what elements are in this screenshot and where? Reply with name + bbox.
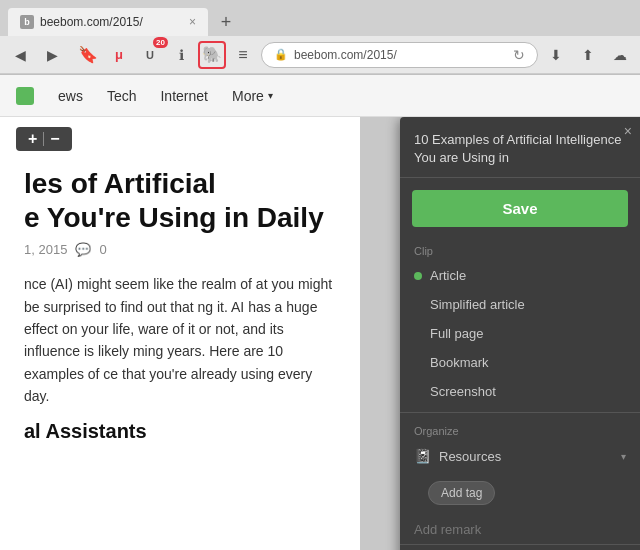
zoom-controls: + − [16, 127, 72, 151]
popup-close-button[interactable]: × [624, 123, 632, 139]
screenshot-option-label: Screenshot [430, 384, 496, 399]
fullpage-option-label: Full page [430, 326, 483, 341]
article-body: nce (AI) might seem like the realm of at… [24, 273, 336, 407]
notebook-icon: 📓 [414, 448, 431, 464]
chevron-down-icon: ▾ [268, 90, 273, 101]
bookmark-btn[interactable]: 🔖 [74, 41, 102, 69]
empty-dot-icon [414, 301, 422, 309]
nav-bar: ews Tech Internet More ▾ [0, 75, 640, 117]
evernote-btn[interactable]: 🐘 [198, 41, 226, 69]
bookmark-option-label: Bookmark [430, 355, 489, 370]
simplified-option-label: Simplified article [430, 297, 525, 312]
info-btn[interactable]: ℹ [167, 41, 195, 69]
tab-title: beebom.com/2015/ [40, 15, 143, 29]
organize-section-label: Organize [400, 419, 640, 441]
clip-bookmark-option[interactable]: Bookmark [400, 348, 640, 377]
empty-dot-icon2 [414, 330, 422, 338]
section-divider [400, 412, 640, 413]
tab-favicon: b [20, 15, 34, 29]
empty-dot-icon3 [414, 359, 422, 367]
evernote-popup: × 10 Examples of Artificial Intelligence… [400, 117, 640, 550]
browser-toolbar: ◀ ▶ 🔖 μ U 20 ℹ 🐘 ≡ 🔒 beebom.com/2015/ ↻ … [0, 36, 640, 74]
download-btn[interactable]: ⬇ [542, 41, 570, 69]
security-icon: 🔒 [274, 48, 288, 61]
nav-news[interactable]: ews [58, 84, 83, 108]
back-button[interactable]: ◀ [6, 41, 34, 69]
menu-btn[interactable]: ≡ [229, 41, 257, 69]
comment-count: 0 [99, 242, 106, 257]
cloud-btn[interactable]: ☁ [606, 41, 634, 69]
options-row[interactable]: ⚙ Options [400, 544, 640, 550]
article-title-line1: les of Artificial [24, 167, 336, 201]
extension-icons: 🔖 μ U 20 ℹ 🐘 ≡ [74, 41, 257, 69]
extension-badge-btn[interactable]: U [136, 41, 164, 69]
zoom-divider [43, 132, 44, 146]
nav-internet[interactable]: Internet [160, 84, 207, 108]
popup-title: 10 Examples of Artificial Intelligence Y… [400, 117, 640, 178]
article-option-label: Article [430, 268, 466, 283]
clip-article-option[interactable]: Article [400, 261, 640, 290]
clip-screenshot-option[interactable]: Screenshot [400, 377, 640, 406]
ublock-btn[interactable]: μ [105, 41, 133, 69]
selected-dot-icon [414, 272, 422, 280]
zoom-in-button[interactable]: + [24, 131, 41, 147]
logo-icon [16, 87, 34, 105]
tab-close[interactable]: × [189, 15, 196, 29]
clip-simplified-option[interactable]: Simplified article [400, 290, 640, 319]
comment-icon: 💬 [75, 242, 91, 257]
nav-more[interactable]: More ▾ [232, 88, 273, 104]
nav-tech[interactable]: Tech [107, 84, 137, 108]
add-remark-button[interactable]: Add remark [400, 515, 640, 544]
zoom-out-button[interactable]: − [46, 131, 63, 147]
nav-logo-area [16, 87, 34, 105]
nav-more-label: More [232, 88, 264, 104]
notebook-label: Resources [439, 449, 501, 464]
clip-fullpage-option[interactable]: Full page [400, 319, 640, 348]
save-button[interactable]: Save [412, 190, 628, 227]
add-tag-container: Add tag [400, 471, 640, 515]
active-tab[interactable]: b beebom.com/2015/ × [8, 8, 208, 36]
side-strip: × 10 Examples of Artificial Intelligence… [360, 117, 640, 550]
clip-section-label: Clip [400, 239, 640, 261]
share-btn[interactable]: ⬆ [574, 41, 602, 69]
article-title-line2: e You're Using in Daily [24, 201, 336, 235]
empty-dot-icon4 [414, 388, 422, 396]
address-bar[interactable]: 🔒 beebom.com/2015/ ↻ [261, 42, 538, 68]
url-text: beebom.com/2015/ [294, 48, 507, 62]
badge-container: U 20 [136, 41, 164, 69]
article-meta: 1, 2015 💬 0 [24, 242, 336, 257]
add-tag-button[interactable]: Add tag [428, 481, 495, 505]
notebook-selector[interactable]: 📓 Resources ▾ [400, 441, 640, 471]
article-title: les of Artificial e You're Using in Dail… [24, 167, 336, 234]
reload-icon[interactable]: ↻ [513, 47, 525, 63]
forward-button[interactable]: ▶ [38, 41, 66, 69]
notebook-chevron-icon: ▾ [621, 451, 626, 462]
content-area: + − les of Artificial e You're Using in … [0, 117, 640, 550]
article-date: 1, 2015 [24, 242, 67, 257]
article-panel: + − les of Artificial e You're Using in … [0, 117, 360, 550]
tab-bar: b beebom.com/2015/ × + [0, 0, 640, 36]
article-subtitle: al Assistants [24, 420, 336, 443]
new-tab-button[interactable]: + [212, 8, 240, 36]
